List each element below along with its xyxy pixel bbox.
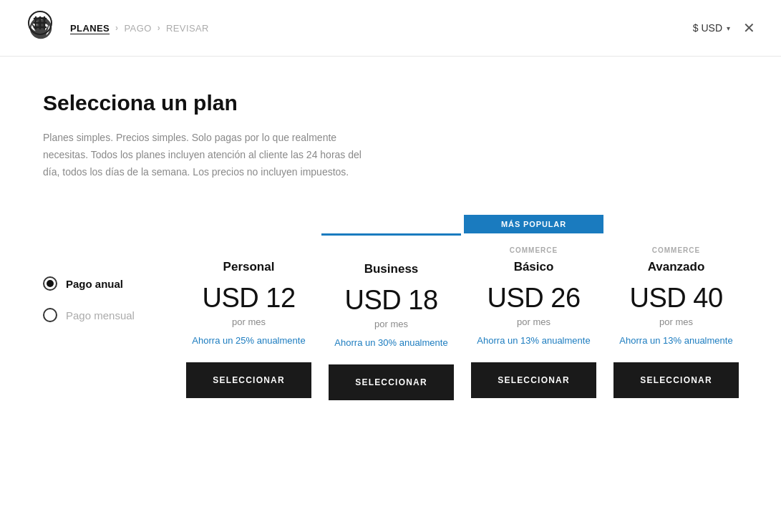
- plan-card-commerce-advanced: COMMERCE Avanzado USD 40 por mes Ahorra …: [606, 233, 746, 400]
- header: PLANES › PAGO › REVISAR $ USD ▾ ✕: [0, 0, 781, 57]
- breadcrumb-step2[interactable]: PAGO: [124, 23, 151, 34]
- plan-savings-commerce-basic: Ahorra un 13% anualmente: [477, 334, 590, 347]
- currency-selector[interactable]: $ USD ▾: [693, 22, 730, 34]
- breadcrumb-sep1: ›: [115, 23, 118, 33]
- annual-radio[interactable]: [43, 276, 57, 291]
- plan-card-business: Business USD 18 por mes Ahorra un 30% an…: [321, 233, 461, 400]
- plan-name-commerce-advanced: Avanzado: [648, 260, 705, 274]
- plan-period-business: por mes: [374, 319, 408, 329]
- plan-cards-container: MÁS POPULAR Personal USD 12 por mes Ahor…: [179, 215, 781, 400]
- chevron-down-icon: ▾: [727, 24, 730, 32]
- monthly-payment-label: Pago mensual: [66, 309, 135, 321]
- plans-cards-row: Personal USD 12 por mes Ahorra un 25% an…: [179, 233, 781, 400]
- currency-label: $ USD: [693, 22, 722, 34]
- breadcrumb-step3[interactable]: REVISAR: [166, 23, 209, 34]
- plan-period-personal: por mes: [232, 316, 266, 327]
- annual-payment-label: Pago anual: [66, 278, 123, 290]
- plan-card-commerce-basic: COMMERCE Básico USD 26 por mes Ahorra un…: [464, 233, 603, 400]
- most-popular-badge: MÁS POPULAR: [464, 215, 603, 233]
- close-button[interactable]: ✕: [743, 21, 755, 35]
- monthly-payment-option[interactable]: Pago mensual: [43, 308, 165, 322]
- squarespace-logo: [26, 9, 54, 37]
- plan-price-business: USD 18: [344, 285, 437, 316]
- plan-card-personal: Personal USD 12 por mes Ahorra un 25% an…: [179, 233, 319, 400]
- select-button-commerce-advanced[interactable]: SELECCIONAR: [613, 362, 739, 398]
- select-button-commerce-basic[interactable]: SELECCIONAR: [471, 362, 596, 398]
- main-content: Selecciona un plan Planes simples. Preci…: [0, 57, 781, 429]
- plan-name-commerce-basic: Básico: [514, 260, 554, 274]
- header-left: PLANES › PAGO › REVISAR: [26, 13, 209, 43]
- plan-price-commerce-basic: USD 26: [487, 283, 580, 314]
- breadcrumb: PLANES › PAGO › REVISAR: [70, 23, 209, 34]
- plan-category-commerce-advanced: COMMERCE: [652, 246, 700, 257]
- page-title: Selecciona un plan: [43, 91, 738, 115]
- plan-period-commerce-advanced: por mes: [659, 316, 693, 327]
- monthly-radio[interactable]: [43, 308, 57, 322]
- select-button-personal[interactable]: SELECCIONAR: [186, 362, 311, 398]
- plan-savings-personal: Ahorra un 25% anualmente: [192, 334, 305, 347]
- plan-price-personal: USD 12: [202, 283, 295, 314]
- header-right: $ USD ▾ ✕: [693, 21, 755, 35]
- plan-savings-business: Ahorra un 30% anualmente: [334, 337, 447, 349]
- plan-price-commerce-advanced: USD 40: [629, 283, 722, 314]
- payment-options: Pago anual Pago mensual: [43, 215, 179, 322]
- breadcrumb-sep2: ›: [157, 23, 160, 33]
- breadcrumb-step1[interactable]: PLANES: [70, 23, 110, 34]
- plan-period-commerce-basic: por mes: [517, 316, 550, 327]
- plan-name-business: Business: [364, 262, 419, 276]
- select-button-business[interactable]: SELECCIONAR: [329, 364, 454, 400]
- page-subtitle: Planes simples. Precios simples. Solo pa…: [43, 130, 372, 180]
- plan-savings-commerce-advanced: Ahorra un 13% anualmente: [619, 334, 732, 347]
- plan-category-commerce-basic: COMMERCE: [510, 246, 558, 257]
- plan-name-personal: Personal: [223, 260, 275, 274]
- annual-payment-option[interactable]: Pago anual: [43, 276, 165, 291]
- plans-section: Pago anual Pago mensual MÁS POPULAR: [43, 215, 738, 400]
